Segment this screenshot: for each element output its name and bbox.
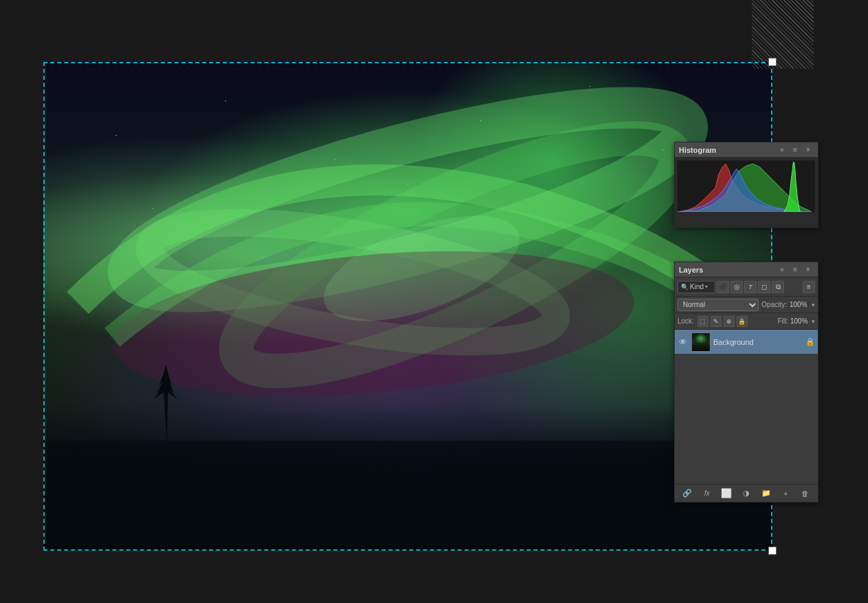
svg-rect-5 — [43, 441, 772, 551]
layers-lock-row: Lock: ⬚ ✎ ⊕ 🔒 Fill: 100% ▾ — [675, 313, 818, 330]
histogram-menu-btn[interactable]: ≡ — [790, 145, 801, 155]
layers-bottom-bar: 🔗 fx ⬜ ◑ 📁 + 🗑 — [675, 484, 818, 502]
hatch-area — [752, 0, 814, 69]
layers-controls: « ≡ × — [777, 265, 814, 275]
layers-delete-btn[interactable]: 🗑 — [799, 487, 812, 500]
lock-pixels-btn[interactable]: ⬚ — [697, 316, 708, 327]
layers-panel-header: Layers « ≡ × — [675, 262, 818, 277]
svg-point-7 — [315, 478, 363, 540]
histogram-header-left: Histogram — [679, 146, 716, 154]
layers-title: Layers — [679, 266, 703, 274]
transform-handle-br[interactable] — [768, 547, 777, 555]
opacity-value: 100% — [790, 301, 809, 308]
layers-header-left: Layers — [679, 266, 703, 274]
layer-lock-icon: 🔒 — [805, 337, 815, 346]
opacity-dropdown-arrow[interactable]: ▾ — [812, 302, 815, 308]
filter-adjustment-btn[interactable]: ◎ — [730, 281, 743, 293]
search-icon: 🔍 — [681, 284, 688, 290]
histogram-panel-header: Histogram « ≡ × — [675, 142, 818, 158]
layers-group-btn[interactable]: 📁 — [760, 487, 772, 500]
lock-position-btn[interactable]: ✎ — [710, 316, 721, 327]
filter-shape-btn[interactable]: ◻ — [758, 281, 770, 293]
lock-label: Lock: — [677, 317, 694, 325]
layers-collapse-btn[interactable]: « — [777, 265, 788, 275]
histogram-collapse-btn[interactable]: « — [777, 145, 788, 155]
filter-kind-label: Kind — [690, 283, 704, 290]
histogram-close-btn[interactable]: × — [803, 145, 814, 155]
canvas-area — [43, 62, 772, 551]
histogram-controls: « ≡ × — [777, 145, 814, 155]
filter-smartobj-btn[interactable]: ⧉ — [772, 281, 784, 293]
layers-menu-btn[interactable]: ≡ — [790, 265, 801, 275]
svg-point-6 — [267, 475, 329, 530]
layers-panel: Layers « ≡ × 🔍 Kind ▾ ⬛ ◎ T ◻ ⧉ ≡ Normal… — [674, 262, 818, 502]
canvas-image — [43, 62, 772, 551]
layer-background[interactable]: 👁 Background 🔒 — [675, 330, 818, 355]
histogram-panel: Histogram « ≡ × ⚠ — [674, 142, 818, 228]
blend-mode-select[interactable]: Normal — [677, 299, 759, 311]
svg-point-10 — [456, 477, 525, 535]
layers-list: 👁 Background 🔒 — [675, 330, 818, 463]
fill-value: 100% — [790, 317, 810, 325]
lock-transform-btn[interactable]: ⊕ — [724, 316, 735, 327]
histogram-title: Histogram — [679, 146, 716, 154]
layers-fx-btn[interactable]: fx — [701, 487, 713, 500]
layers-link-btn[interactable]: 🔗 — [681, 487, 693, 500]
layer-thumbnail — [691, 332, 710, 352]
svg-point-9 — [422, 483, 477, 536]
layer-thumb-image — [692, 333, 710, 351]
layers-close-btn[interactable]: × — [803, 265, 814, 275]
layer-visibility-eye[interactable]: 👁 — [677, 337, 688, 348]
lock-all-btn[interactable]: 🔒 — [737, 316, 748, 327]
layers-blend-row: Normal Opacity: 100% ▾ — [675, 297, 818, 313]
layers-filter-toolbar: 🔍 Kind ▾ ⬛ ◎ T ◻ ⧉ ≡ — [675, 277, 818, 297]
layers-search-box[interactable]: 🔍 Kind ▾ — [677, 281, 715, 293]
opacity-label: Opacity: — [761, 301, 787, 308]
fill-label: Fill: — [777, 317, 788, 325]
fill-dropdown-arrow[interactable]: ▾ — [812, 318, 815, 325]
filter-toggle-btn[interactable]: ≡ — [803, 281, 815, 293]
transform-handle-tr[interactable] — [768, 58, 777, 66]
filter-dropdown-arrow: ▾ — [705, 284, 708, 290]
filter-pixel-btn[interactable]: ⬛ — [717, 281, 729, 293]
histogram-svg — [677, 160, 815, 212]
layers-new-btn[interactable]: + — [779, 487, 792, 500]
histogram-chart — [677, 160, 815, 212]
layer-name: Background — [713, 338, 803, 346]
filter-type-btn[interactable]: T — [744, 281, 757, 293]
layers-mask-btn[interactable]: ⬜ — [720, 487, 733, 500]
svg-rect-11 — [43, 516, 772, 551]
layers-adjustment-btn[interactable]: ◑ — [740, 487, 752, 500]
svg-point-8 — [353, 475, 435, 537]
aurora-svg — [43, 62, 772, 551]
histogram-content: ⚠ — [675, 158, 818, 227]
